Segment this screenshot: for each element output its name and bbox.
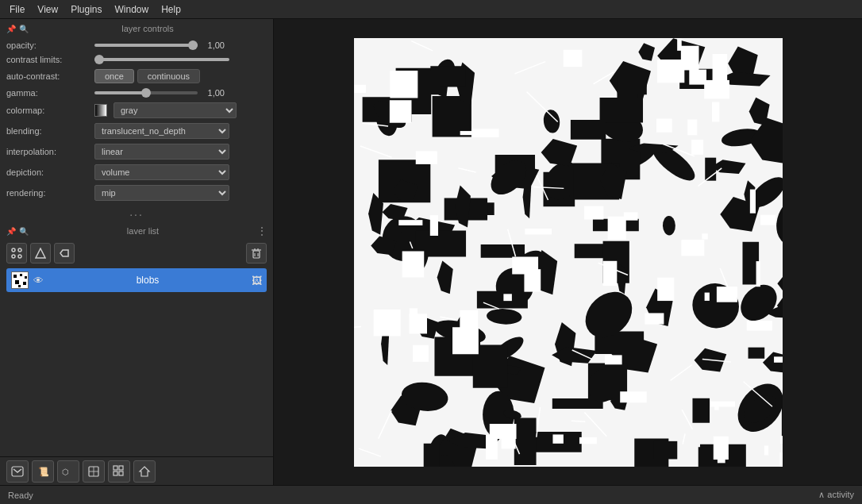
gamma-content: 1,00 [94,88,267,98]
auto-contrast-once-button[interactable]: once [94,69,134,83]
svg-marker-28 [140,467,149,476]
gamma-value: 1,00 [201,88,225,98]
script-button[interactable]: 📜 [32,460,54,483]
home-button[interactable] [133,460,156,483]
auto-contrast-label: auto-contrast: [6,71,90,81]
home-icon [138,465,151,478]
3d-button[interactable]: ⬡ [57,460,79,483]
svg-point-3 [18,255,21,258]
2d-icon [87,465,100,478]
colormap-label: colormap: [6,106,90,115]
layer-visibility-icon[interactable]: 👁 [33,275,44,287]
opacity-label: opacity: [6,40,90,50]
svg-rect-17 [18,285,21,287]
svg-text:⬡: ⬡ [62,467,69,476]
trash-icon [251,248,262,259]
menu-plugins[interactable]: Plugins [64,2,108,17]
script-icon: 📜 [37,465,49,478]
colormap-select[interactable]: gray viridis plasma hot [114,102,237,118]
grid-button[interactable] [108,460,130,483]
depiction-select[interactable]: volume plane [94,164,229,180]
3d-icon: ⬡ [62,465,75,478]
layer-list-section: 📌 🔍 laver list ⋮ [0,222,273,456]
blending-label: blending: [6,126,90,136]
console-icon [11,465,24,478]
activity-button[interactable]: ∧ activity [818,490,854,500]
menu-file[interactable]: File [3,2,31,17]
console-button[interactable] [6,460,29,483]
svg-rect-15 [15,280,19,284]
svg-rect-13 [20,274,22,276]
svg-rect-5 [253,251,260,258]
interpolation-label: interpolation: [6,147,90,156]
layer-list-title: laver list [127,226,159,236]
svg-text:📜: 📜 [38,466,49,477]
menu-view[interactable]: View [31,2,64,17]
colormap-content: gray viridis plasma hot [94,102,267,118]
layer-controls-header: 📌 🔍 layer controls [0,24,273,33]
main-area: 📌 🔍 layer controls opacity: 1,00 contras… [0,19,862,485]
svg-rect-26 [114,471,117,475]
points-tool-button[interactable] [6,243,27,264]
menubar: File View Plugins Window Help [0,0,862,19]
opacity-content: 1,00 [94,40,267,50]
interpolation-select[interactable]: linear nearest cubic [94,144,229,160]
svg-rect-25 [119,466,123,470]
blending-content: translucent_no_depth translucent additiv… [94,123,267,139]
contrast-min-slider[interactable] [94,58,229,61]
contrast-limits-label: contrast limits: [6,55,90,64]
blending-select[interactable]: translucent_no_depth translucent additiv… [94,123,229,139]
rendering-select[interactable]: mip attenuated_mip additive iso average [94,185,229,201]
search-icon[interactable]: 🔍 [19,25,29,33]
interpolation-row: interpolation: linear nearest cubic [0,141,273,162]
depiction-row: depiction: volume plane [0,162,273,183]
layer-tools [0,240,273,267]
rendering-row: rendering: mip attenuated_mip additive i… [0,183,273,203]
blending-row: blending: translucent_no_depth transluce… [0,121,273,141]
svg-point-1 [18,248,21,252]
opacity-value: 1,00 [201,40,225,50]
menu-window[interactable]: Window [109,2,156,17]
interpolation-content: linear nearest cubic [94,144,267,160]
svg-rect-12 [13,275,17,278]
auto-contrast-row: auto-contrast: once continuous [0,67,273,86]
menu-help[interactable]: Help [155,2,187,17]
svg-rect-14 [25,276,27,279]
2d-button[interactable] [83,460,105,483]
gamma-slider[interactable] [94,91,198,94]
opacity-row: opacity: 1,00 [0,38,273,52]
layer-controls: 📌 🔍 layer controls opacity: 1,00 contras… [0,19,273,206]
shapes-tool-button[interactable] [30,243,51,264]
labels-tool-button[interactable] [54,243,75,264]
svg-rect-18 [12,467,23,476]
search-icon-list[interactable]: 🔍 [19,227,29,236]
contrast-limits-content [94,58,267,61]
colormap-swatch [94,104,107,117]
colormap-row: colormap: gray viridis plasma hot [0,100,273,121]
rendering-label: rendering: [6,188,90,198]
layer-name: blobs [48,275,247,286]
delete-layer-button[interactable] [246,243,267,264]
opacity-slider[interactable] [94,44,198,47]
pin-icon-list[interactable]: 📌 [6,227,16,236]
svg-rect-24 [114,466,117,470]
gamma-row: gamma: 1,00 [0,86,273,100]
layer-thumb-image [12,272,29,289]
ready-status: Ready [8,491,33,500]
layer-list-menu-icon[interactable]: ⋮ [257,225,267,237]
status-bar: Ready ∧ activity [0,485,862,504]
rendering-content: mip attenuated_mip additive iso average [94,185,267,201]
layer-controls-icons: 📌 🔍 [6,25,29,33]
canvas-area [274,19,862,485]
left-panel: 📌 🔍 layer controls opacity: 1,00 contras… [0,19,274,485]
auto-contrast-continuous-button[interactable]: continuous [137,69,200,83]
layer-thumbnail [11,271,29,289]
grid-icon [113,465,125,478]
three-dots: ··· [0,206,273,222]
pin-icon[interactable]: 📌 [6,25,16,33]
depiction-label: depiction: [6,167,90,177]
svg-point-0 [12,248,15,252]
layer-controls-title: layer controls [29,24,267,33]
layer-item[interactable]: 👁 blobs 🖼 [6,268,267,292]
layer-items: 👁 blobs 🖼 [0,267,273,456]
